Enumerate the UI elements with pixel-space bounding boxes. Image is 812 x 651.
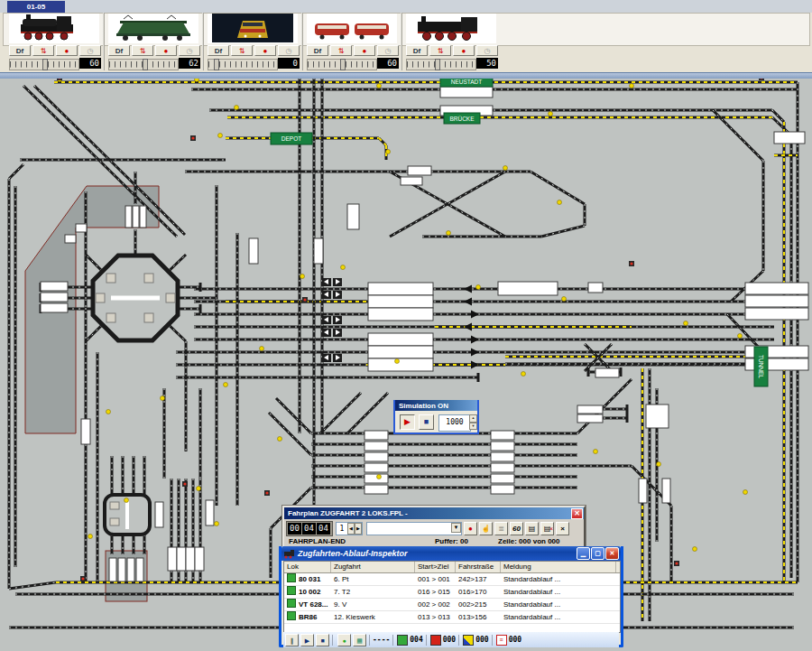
table-row[interactable]: 10 0027. T2016 > 015016>170Standardablau…: [284, 586, 620, 599]
inspector-titlebar[interactable]: Zugfahrten-Ablauf-Inspektor ▁ ▢ ✕: [281, 546, 621, 561]
train-number-box[interactable]: [639, 479, 647, 503]
speed-slider[interactable]: [9, 59, 79, 70]
speed-60-button[interactable]: 60: [510, 522, 523, 535]
train-number-box[interactable]: [140, 206, 146, 228]
direction-button[interactable]: ⇅: [231, 45, 253, 56]
train-number-box[interactable]: [491, 452, 514, 461]
turntable-control-button[interactable]: [106, 313, 115, 322]
column-header[interactable]: Fahrstraße: [456, 562, 501, 572]
train-number-box[interactable]: [401, 177, 422, 185]
function-button[interactable]: Df: [406, 45, 428, 56]
train-number-box[interactable]: [491, 485, 514, 494]
train-number-box[interactable]: [249, 238, 258, 264]
train-number-box[interactable]: [491, 442, 514, 451]
maximize-icon[interactable]: ▢: [591, 547, 604, 560]
spin-down-icon[interactable]: ▼: [469, 423, 477, 431]
slider-thumb[interactable]: [42, 59, 48, 70]
train-number-box[interactable]: [408, 166, 431, 175]
slider-thumb[interactable]: [214, 59, 219, 70]
train-number-box[interactable]: [364, 474, 388, 483]
train-number-box[interactable]: [125, 206, 132, 228]
train-number-box[interactable]: [577, 405, 603, 414]
speed-slider[interactable]: [208, 59, 278, 70]
loco-image-electric-green[interactable]: [108, 14, 198, 43]
hand-button[interactable]: ☝: [479, 522, 493, 535]
stop-button[interactable]: ●: [254, 45, 276, 56]
turntable-control-button[interactable]: [166, 293, 175, 302]
loco-group-tab[interactable]: 01-05: [7, 1, 65, 13]
list-button[interactable]: ≣: [494, 522, 508, 535]
exit-button[interactable]: ▦: [353, 634, 366, 646]
turntable-control-button[interactable]: [110, 518, 119, 525]
train-number-box[interactable]: [314, 238, 323, 264]
speed-slider[interactable]: [108, 59, 179, 70]
close-icon[interactable]: ✕: [605, 547, 619, 560]
close-icon[interactable]: ✕: [571, 508, 583, 519]
clock-button[interactable]: ◷: [79, 45, 101, 56]
train-number-box[interactable]: [368, 283, 433, 295]
spin-up-icon[interactable]: ▲: [469, 414, 477, 423]
train-number-box[interactable]: [368, 333, 433, 346]
train-number-box[interactable]: [491, 463, 514, 472]
simulation-spinner[interactable]: ▲ ▼: [469, 414, 477, 430]
turntable-control-button[interactable]: [106, 274, 115, 283]
train-number-box[interactable]: [662, 479, 670, 503]
stop-button[interactable]: ●: [354, 45, 375, 56]
clock-button[interactable]: ◷: [476, 45, 498, 56]
function-button[interactable]: Df: [208, 45, 229, 56]
train-number-box[interactable]: [364, 452, 388, 461]
train-number-box[interactable]: [368, 346, 433, 358]
train-number-box[interactable]: [347, 204, 359, 229]
train-number-box[interactable]: [133, 206, 139, 228]
window-search-button[interactable]: ▤: [525, 522, 539, 535]
train-number-box[interactable]: [745, 308, 808, 320]
slider-thumb[interactable]: [340, 59, 346, 70]
clock-button[interactable]: ◷: [377, 45, 399, 56]
simulation-titlebar[interactable]: Simulation ON: [395, 400, 477, 411]
minimize-icon[interactable]: ▁: [577, 547, 590, 560]
speed-slider[interactable]: [406, 59, 476, 70]
train-number-box[interactable]: [577, 414, 603, 423]
train-number-box[interactable]: [498, 282, 558, 295]
train-number-box[interactable]: [76, 224, 87, 232]
clock-button[interactable]: ◷: [278, 45, 300, 56]
train-number-box[interactable]: [118, 558, 125, 581]
column-header[interactable]: Start>Ziel: [415, 562, 456, 572]
stop-button[interactable]: ●: [155, 45, 177, 56]
table-row[interactable]: VT 628...9. V002 > 002002>215Standardabl…: [284, 599, 620, 611]
direction-button[interactable]: ⇅: [330, 45, 352, 56]
train-number-box[interactable]: [364, 463, 388, 472]
train-number-box[interactable]: [368, 295, 433, 308]
direction-button[interactable]: ⇅: [32, 45, 54, 56]
loco-image-steam-tank[interactable]: [406, 14, 496, 43]
train-number-box[interactable]: [186, 547, 195, 571]
train-number-box[interactable]: [41, 293, 68, 302]
fahrplan-speed-spinner[interactable]: 1 ◀ ▶: [336, 522, 363, 535]
column-header[interactable]: Zugfahrt: [331, 562, 415, 572]
train-number-box[interactable]: [440, 87, 493, 98]
fahrplan-titlebar[interactable]: Fahrplan ZUGFAHRT 2 LOKS.FPL - ✕: [284, 507, 584, 519]
stop-button[interactable]: ●: [56, 45, 78, 56]
train-number-box[interactable]: [364, 485, 388, 494]
stop-button[interactable]: ●: [453, 45, 475, 56]
column-header[interactable]: Meldung: [501, 562, 616, 572]
train-number-box[interactable]: [491, 431, 514, 440]
table-row[interactable]: BR8612. Kieswerk013 > 013013>156Standard…: [284, 611, 620, 624]
chevron-down-icon[interactable]: ▼: [451, 523, 461, 533]
direction-button[interactable]: ⇅: [132, 45, 153, 56]
turntable-control-button[interactable]: [144, 274, 153, 283]
inspector-table[interactable]: LokZugfahrtStart>ZielFahrstraßeMeldung80…: [283, 561, 621, 633]
go-button[interactable]: ●: [337, 634, 351, 646]
train-number-box[interactable]: [364, 431, 388, 440]
pause-button[interactable]: ∥: [285, 634, 299, 646]
train-number-box[interactable]: [127, 558, 134, 581]
train-number-box[interactable]: [155, 502, 163, 527]
slider-thumb[interactable]: [143, 59, 148, 70]
play-button[interactable]: ▶: [300, 634, 314, 646]
train-number-box[interactable]: [109, 558, 116, 581]
turntable-control-button[interactable]: [96, 293, 105, 302]
speed-slider[interactable]: [307, 59, 377, 70]
train-number-box[interactable]: [81, 419, 90, 444]
train-number-box[interactable]: [368, 308, 433, 321]
stop-button[interactable]: ■: [316, 634, 329, 646]
